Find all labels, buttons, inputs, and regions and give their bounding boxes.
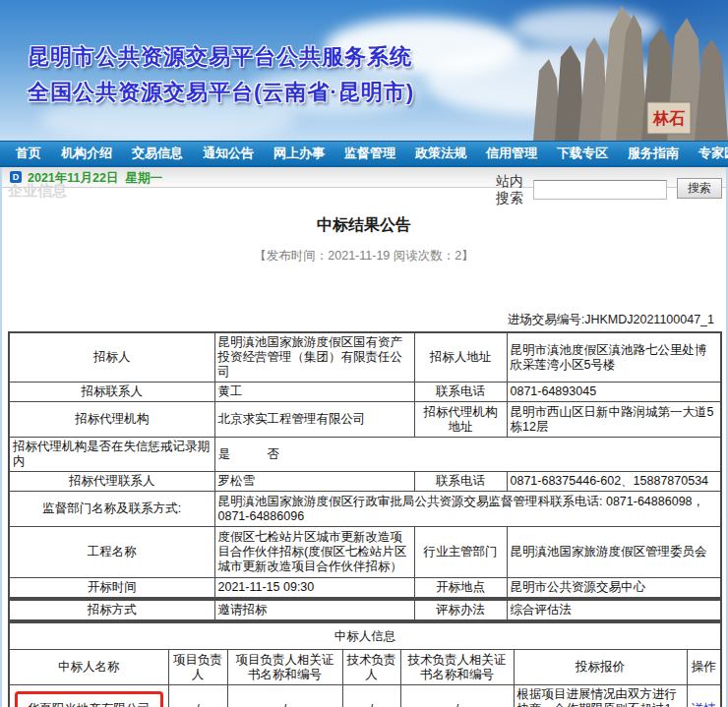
table-row: 招标代理机构 北京求实工程管理有限公司 招标代理机构地址 昆明市西山区日新中路润… — [9, 402, 721, 438]
winner-section-title: 中标人信息 — [9, 622, 721, 650]
table-label-cell: 招标代理联系人 — [9, 472, 214, 492]
table-value-cell: 昆明市公共资源交易中心 — [507, 578, 721, 599]
table-value-cell: 昆明滇池国家旅游度假区行政审批局公共资源交易监督管理科联系电话: 0871-64… — [214, 492, 721, 527]
page-title: 中标结果公告 — [2, 215, 726, 236]
table-label-cell: 开标时间 — [9, 578, 214, 599]
nav-item-home[interactable]: 首页 — [6, 145, 51, 162]
winner-col-pm: 项目负责人 — [168, 650, 227, 685]
table-value-cell: 0871-64893045 — [507, 383, 721, 402]
table-label-cell: 工程名称 — [9, 527, 214, 578]
nav-item-service-guide[interactable]: 服务指南 — [618, 145, 689, 162]
nav-item-supervision[interactable]: 监督管理 — [334, 145, 405, 162]
winner-col-tech-cert: 技术负责人相关证书名称和编号 — [400, 650, 514, 685]
stone-forest-sign-text: 林石 — [652, 110, 686, 127]
page-body: D 2021年11月22日 星期一 企业信息 站内搜索 搜索 中标结果公告 【发… — [0, 167, 728, 707]
table-value-cell: 度假区七检站片区城市更新改造项目合作伙伴招标(度假区七检站片区城市更新改造项目合… — [214, 527, 414, 578]
stone-forest-graphic: 林石 — [531, 0, 728, 141]
table-value-cell: 0871-68375446-602、15887870534 — [507, 472, 721, 492]
trade-number: 进场交易编号:JHKMDJ2021100047_1 — [2, 312, 714, 328]
table-row: 工程名称 度假区七检站片区城市更新改造项目合作伙伴招标(度假区七检站片区城市更新… — [9, 527, 721, 578]
weekday-value: 星期一 — [125, 171, 162, 185]
search-button[interactable]: 搜索 — [677, 178, 722, 199]
announcement-content: 中标结果公告 【发布时间：2021-11-19 阅读次数：2】 进场交易编号:J… — [2, 215, 726, 707]
table-header-row: 中标人名称 项目负责人 项目负责人相关证书名称和编号 技术负责人 技术负责人相关… — [9, 650, 721, 685]
winner-col-action: 操作 — [687, 650, 721, 685]
site-banner: 林石 昆明市公共资源交易平台公共服务系统 全国公共资源交易平台(云南省·昆明市) — [0, 0, 728, 141]
table-row: 开标时间 2021-11-15 09:30 开标地点 昆明市公共资源交易中心 — [9, 578, 721, 599]
table-row: 招标方式 邀请招标 评标办法 综合评估法 — [9, 600, 721, 620]
table-label-cell: 招标联系人 — [9, 383, 214, 402]
nav-item-experts[interactable]: 专家园地 — [689, 145, 728, 162]
search-input[interactable] — [533, 180, 667, 200]
table-value-cell: 昆明滇池国家旅游度假区国有资产投资经营管理（集团）有限责任公司 — [214, 332, 414, 383]
table-label-cell: 联系电话 — [414, 472, 507, 492]
table-label-cell: 招标代理机构 — [9, 402, 214, 438]
table-row: 监督部门名称及联系方式: 昆明滇池国家旅游度假区行政审批局公共资源交易监督管理科… — [9, 492, 721, 527]
winner-price-cell: 根据项目进展情况由双方进行协商，合作期限原则不超过1年。 — [514, 685, 687, 707]
table-value-cell: 黄工 — [214, 383, 414, 402]
nav-item-trade-info[interactable]: 交易信息 — [122, 145, 193, 162]
nav-item-notices[interactable]: 通知公告 — [193, 145, 264, 162]
table-label-cell: 招标人地址 — [414, 332, 507, 383]
winner-action-cell: 详情 — [687, 685, 721, 707]
site-title: 昆明市公共资源交易平台公共服务系统 全国公共资源交易平台(云南省·昆明市) — [28, 39, 414, 110]
table-value-cell: 2021-11-15 09:30 — [214, 578, 414, 599]
table-value-cell: 罗松雪 — [214, 472, 414, 492]
table-label-cell: 行业主管部门 — [414, 527, 507, 578]
table-label-cell: 评标办法 — [414, 600, 507, 620]
nav-item-online-services[interactable]: 网上办事 — [264, 145, 334, 162]
winner-pm-cert-cell: / — [227, 685, 342, 707]
table-label-cell: 招标方式 — [9, 600, 214, 620]
nav-item-policies[interactable]: 政策法规 — [405, 145, 476, 162]
winner-tech-cert-cell: / — [400, 685, 514, 707]
table-value-cell: 综合评估法 — [507, 600, 721, 620]
table-label-cell: 联系电话 — [414, 383, 507, 402]
winner-col-name: 中标人名称 — [9, 650, 168, 685]
main-nav: 首页 机构介绍 交易信息 通知公告 网上办事 监督管理 政策法规 信用管理 下载… — [0, 141, 728, 167]
table-row: 招标代理机构是否在失信惩戒记录期内 是 否 — [9, 438, 721, 472]
nav-item-downloads[interactable]: 下载专区 — [547, 145, 618, 162]
winner-data-row: 华夏阳光地产有限公司 / / / / 根据项目进展情况由双方进行协商，合作期限原… — [9, 685, 721, 707]
table-row: 招标联系人 黄工 联系电话 0871-64893045 — [9, 383, 721, 402]
site-title-line1: 昆明市公共资源交易平台公共服务系统 — [28, 39, 414, 75]
site-search: 站内搜索 搜索 — [496, 171, 722, 206]
highlight-box: 华夏阳光地产有限公司 — [15, 691, 163, 707]
table-label-cell: 招标代理机构是否在失信惩戒记录期内 — [9, 438, 214, 472]
table-label-cell: 招标代理机构地址 — [414, 402, 507, 438]
table-value-cell: 邀请招标 — [214, 600, 414, 620]
table-label-cell: 监督部门名称及联系方式: — [9, 492, 214, 527]
table-section-row: 中标人信息 — [9, 622, 721, 650]
winner-company-name: 华夏阳光地产有限公司 — [28, 702, 151, 707]
watermark-text: 企业信息 — [8, 182, 67, 201]
table-value-cell: 昆明市滇池度假区滇池路七公里处博欣采莲湾小区5号楼 — [507, 332, 721, 383]
winner-pm-cell: / — [168, 685, 227, 707]
winner-col-pm-cert: 项目负责人相关证书名称和编号 — [227, 650, 342, 685]
table-row: 招标代理联系人 罗松雪 联系电话 0871-68375446-602、15887… — [9, 472, 721, 492]
table-label-cell: 招标人 — [9, 332, 214, 383]
status-bar: D 2021年11月22日 星期一 企业信息 站内搜索 搜索 — [2, 167, 726, 188]
table-value-cell: 是 否 — [214, 438, 721, 472]
winner-col-tech: 技术负责人 — [342, 650, 400, 685]
table-value-cell: 北京求实工程管理有限公司 — [214, 402, 414, 438]
detail-link[interactable]: 详情 — [692, 702, 716, 707]
search-scope-label: 站内搜索 — [496, 173, 527, 206]
nav-item-about[interactable]: 机构介绍 — [51, 145, 122, 162]
table-value-cell: 昆明滇池国家旅游度假区管理委员会 — [507, 527, 721, 578]
table-label-cell: 开标地点 — [414, 578, 507, 599]
nav-item-credit[interactable]: 信用管理 — [476, 145, 547, 162]
bid-method-table: 招标方式 邀请招标 评标办法 综合评估法 — [8, 599, 722, 621]
site-title-line2: 全国公共资源交易平台(云南省·昆明市) — [28, 75, 414, 110]
bid-info-table: 招标人 昆明滇池国家旅游度假区国有资产投资经营管理（集团）有限责任公司 招标人地… — [8, 331, 722, 599]
winner-name-cell: 华夏阳光地产有限公司 — [9, 685, 168, 707]
publish-meta: 【发布时间：2021-11-19 阅读次数：2】 — [2, 248, 726, 265]
winner-col-price: 投标报价 — [514, 650, 687, 685]
table-row: 招标人 昆明滇池国家旅游度假区国有资产投资经营管理（集团）有限责任公司 招标人地… — [9, 332, 721, 383]
winner-table: 中标人信息 中标人名称 项目负责人 项目负责人相关证书名称和编号 技术负责人 技… — [8, 621, 722, 707]
winner-tech-cell: / — [342, 685, 400, 707]
table-value-cell: 昆明市西山区日新中路润城第一大道5栋12层 — [507, 402, 721, 438]
